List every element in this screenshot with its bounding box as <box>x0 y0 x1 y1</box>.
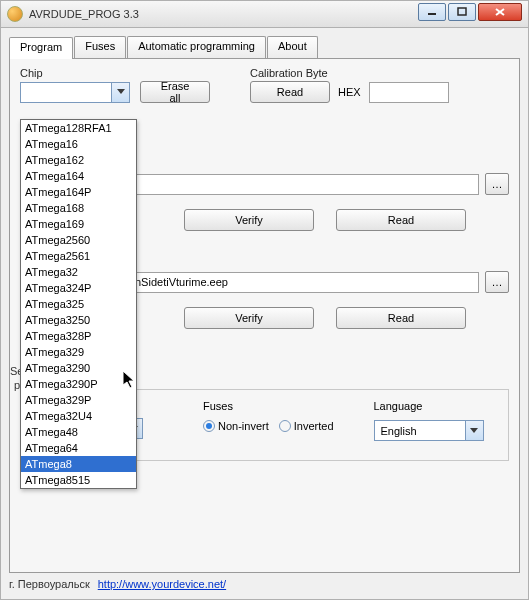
chip-option[interactable]: ATmega16 <box>21 136 136 152</box>
chip-option[interactable]: ATmega8535 <box>21 488 136 489</box>
svg-rect-1 <box>458 8 466 15</box>
chip-option[interactable]: ATmega8515 <box>21 472 136 488</box>
chip-option[interactable]: ATmega325 <box>21 296 136 312</box>
chip-option[interactable]: ATmega3290P <box>21 376 136 392</box>
maximize-button[interactable] <box>448 3 476 21</box>
chip-option[interactable]: ATmega164 <box>21 168 136 184</box>
language-combo[interactable]: English <box>374 420 484 441</box>
flash-browse-button[interactable]: … <box>485 173 509 195</box>
svg-marker-4 <box>117 89 125 94</box>
eeprom-browse-button[interactable]: … <box>485 271 509 293</box>
chip-option[interactable]: ATmega162 <box>21 152 136 168</box>
chip-option[interactable]: ATmega324P <box>21 280 136 296</box>
chip-option[interactable]: ATmega128RFA1 <box>21 120 136 136</box>
minimize-button[interactable] <box>418 3 446 21</box>
chip-option[interactable]: ATmega48 <box>21 424 136 440</box>
chip-dropdown-list[interactable]: ATmega128RFA1ATmega16ATmega162ATmega164A… <box>20 119 137 489</box>
erase-all-button[interactable]: Erase all <box>140 81 210 103</box>
calibration-label: Calibration Byte <box>250 67 449 79</box>
hex-label: HEX <box>338 86 361 98</box>
eeprom-verify-button[interactable]: Verify <box>184 307 314 329</box>
language-value: English <box>381 425 417 437</box>
calibration-read-button[interactable]: Read <box>250 81 330 103</box>
chip-option[interactable]: ATmega2560 <box>21 232 136 248</box>
chip-option[interactable]: ATmega2561 <box>21 248 136 264</box>
tab-panel-program: Chip Erase all Calibration Byte Read HEX <box>9 58 520 573</box>
radio-icon <box>279 420 291 432</box>
tab-fuses[interactable]: Fuses <box>74 36 126 58</box>
chip-option[interactable]: ATmega8 <box>21 456 136 472</box>
language-label: Language <box>374 400 484 412</box>
chip-label: Chip <box>20 67 220 79</box>
flash-verify-button[interactable]: Verify <box>184 209 314 231</box>
ellipsis-icon: … <box>492 178 503 190</box>
svg-marker-6 <box>470 428 478 433</box>
chip-option[interactable]: ATmega164P <box>21 184 136 200</box>
status-bar: г. Первоуральск http://www.yourdevice.ne… <box>9 575 520 593</box>
window-controls <box>418 3 522 21</box>
tab-about[interactable]: About <box>267 36 318 58</box>
chip-option[interactable]: ATmega329P <box>21 392 136 408</box>
flash-read-button[interactable]: Read <box>336 209 466 231</box>
chevron-down-icon[interactable] <box>465 421 483 440</box>
chip-option[interactable]: ATmega3250 <box>21 312 136 328</box>
close-button[interactable] <box>478 3 522 21</box>
radio-icon <box>203 420 215 432</box>
ellipsis-icon: … <box>492 276 503 288</box>
eeprom-read-button[interactable]: Read <box>336 307 466 329</box>
chip-combo[interactable] <box>20 82 130 103</box>
chip-option[interactable]: ATmega168 <box>21 200 136 216</box>
fuses-group-label: Fuses <box>203 400 334 412</box>
chip-option[interactable]: ATmega3290 <box>21 360 136 376</box>
status-link[interactable]: http://www.yourdevice.net/ <box>98 578 226 590</box>
chevron-down-icon[interactable] <box>111 83 129 102</box>
chip-option[interactable]: ATmega32 <box>21 264 136 280</box>
title-bar: AVRDUDE_PROG 3.3 <box>0 0 529 28</box>
hex-field[interactable] <box>369 82 449 103</box>
tab-program[interactable]: Program <box>9 37 73 59</box>
chip-option[interactable]: ATmega169 <box>21 216 136 232</box>
status-city: г. Первоуральск <box>9 578 90 590</box>
chip-option[interactable]: ATmega329 <box>21 344 136 360</box>
noninvert-radio[interactable]: Non-invert <box>203 420 269 432</box>
chip-option[interactable]: ATmega328P <box>21 328 136 344</box>
inverted-radio[interactable]: Inverted <box>279 420 334 432</box>
chip-option[interactable]: ATmega64 <box>21 440 136 456</box>
app-icon <box>7 6 23 22</box>
tabs: Program Fuses Automatic programming Abou… <box>9 36 520 58</box>
client-area: Program Fuses Automatic programming Abou… <box>0 28 529 600</box>
chip-option[interactable]: ATmega32U4 <box>21 408 136 424</box>
window-title: AVRDUDE_PROG 3.3 <box>29 8 139 20</box>
tab-automatic[interactable]: Automatic programming <box>127 36 266 58</box>
